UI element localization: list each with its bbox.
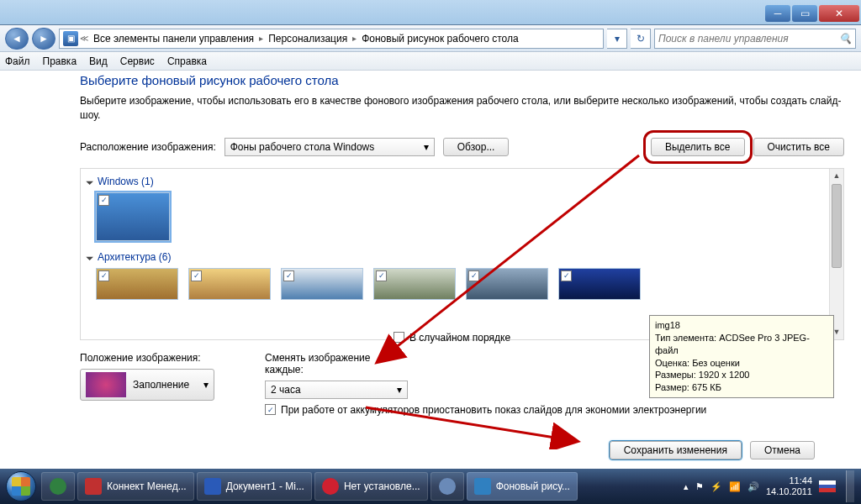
refresh-button[interactable]: ↻ — [631, 29, 651, 49]
scroll-thumb[interactable] — [832, 184, 842, 268]
forward-button[interactable]: ► — [32, 28, 55, 50]
location-combo[interactable]: Фоны рабочего стола Windows▾ — [224, 138, 435, 156]
taskbar-item-connect[interactable]: Коннект Менед... — [77, 472, 194, 501]
taskbar-item-generic[interactable] — [430, 472, 464, 501]
wallpaper-thumb[interactable]: ✓ — [466, 268, 548, 300]
tray-expand-icon[interactable]: ▴ — [684, 481, 689, 492]
thumb-checkbox[interactable]: ✓ — [98, 195, 109, 206]
menu-view[interactable]: Вид — [89, 55, 108, 67]
system-tray: ▴ ⚑ ⚡ 📶 🔊 11:44 14.10.2011 — [684, 470, 858, 502]
page-description: Выберите изображение, чтобы использовать… — [80, 94, 844, 123]
thumb-checkbox[interactable]: ✓ — [376, 270, 387, 281]
tray-network-icon[interactable]: 📶 — [729, 481, 741, 492]
thumb-checkbox[interactable]: ✓ — [191, 270, 202, 281]
search-box[interactable]: 🔍 — [654, 29, 856, 49]
wallpaper-thumb[interactable]: ✓ — [96, 192, 170, 241]
taskbar-item-word[interactable]: Документ1 - Mi... — [197, 472, 312, 501]
page-title: Выберите фоновый рисунок рабочего стола — [80, 71, 844, 87]
wallpaper-thumb[interactable]: ✓ — [558, 268, 641, 300]
tooltip-name: img18 — [655, 319, 828, 332]
thumb-checkbox[interactable]: ✓ — [98, 270, 109, 281]
gallery-scrollbar[interactable]: ▲ ▼ — [829, 169, 843, 339]
thumb-checkbox[interactable]: ✓ — [468, 270, 479, 281]
content-area: Выберите фоновый рисунок рабочего стола … — [0, 71, 861, 469]
tray-language-icon[interactable] — [819, 480, 836, 492]
taskbar-item-wallpaper[interactable]: Фоновый рису... — [467, 472, 578, 501]
search-icon: 🔍 — [839, 33, 852, 45]
menu-help[interactable]: Справка — [167, 55, 207, 67]
interval-combo[interactable]: 2 часа▾ — [265, 381, 408, 399]
taskbar-item-opera[interactable]: Нет установле... — [314, 472, 428, 501]
breadcrumb[interactable]: ▣ ≪ Все элементы панели управления ▸ Пер… — [59, 29, 604, 49]
menubar: Файл Правка Вид Сервис Справка — [0, 52, 861, 71]
battery-label: При работе от аккумуляторов приостановит… — [281, 404, 706, 416]
position-preview-icon — [86, 372, 126, 397]
shuffle-label: В случайном порядке — [409, 332, 510, 344]
start-button[interactable] — [3, 469, 39, 504]
explorer-window: ─ ▭ ✕ ◄ ► ▣ ≪ Все элементы панели управл… — [0, 0, 861, 504]
control-panel-icon: ▣ — [63, 31, 78, 46]
breadcrumb-item[interactable]: Все элементы панели управления — [90, 33, 257, 45]
search-input[interactable] — [658, 33, 839, 45]
menu-edit[interactable]: Правка — [43, 55, 77, 67]
close-button[interactable]: ✕ — [819, 5, 859, 22]
wallpaper-thumb[interactable]: ✓ — [188, 268, 271, 300]
location-label: Расположение изображения: — [80, 141, 216, 153]
browse-button[interactable]: Обзор... — [443, 138, 510, 156]
location-value: Фоны рабочего стола Windows — [230, 141, 375, 153]
save-button[interactable]: Сохранить изменения — [610, 441, 742, 459]
select-all-button[interactable]: Выделить все — [651, 138, 745, 156]
group-header-architecture[interactable]: Архитектура (6) — [87, 248, 821, 266]
wallpaper-thumb[interactable]: ✓ — [373, 268, 456, 300]
breadcrumb-item[interactable]: Фоновый рисунок рабочего стола — [358, 33, 522, 45]
thumb-checkbox[interactable]: ✓ — [561, 270, 572, 281]
interval-label: Сменять изображение каждые: — [265, 352, 391, 375]
tray-clock[interactable]: 11:44 14.10.2011 — [766, 475, 812, 496]
menu-file[interactable]: Файл — [5, 55, 30, 67]
maximize-button[interactable]: ▭ — [792, 5, 817, 22]
interval-value: 2 часа — [271, 384, 301, 396]
position-label: Положение изображения: — [80, 352, 214, 364]
show-desktop-button[interactable] — [846, 470, 854, 502]
minimize-button[interactable]: ─ — [765, 5, 790, 22]
shuffle-checkbox[interactable] — [394, 332, 404, 343]
breadcrumb-item[interactable]: Персонализация — [265, 33, 351, 45]
menu-tools[interactable]: Сервис — [120, 55, 155, 67]
history-dropdown[interactable]: ▾ — [607, 29, 627, 49]
wallpaper-thumb[interactable]: ✓ — [281, 268, 363, 300]
battery-checkbox[interactable]: ✓ — [265, 404, 276, 415]
taskbar: Коннект Менед... Документ1 - Mi... Нет у… — [0, 469, 861, 504]
wallpaper-thumb[interactable]: ✓ — [96, 268, 178, 300]
position-value: Заполнение — [133, 379, 189, 391]
tray-volume-icon[interactable]: 🔊 — [747, 481, 759, 492]
image-tooltip: img18 Тип элемента: ACDSee Pro 3 JPEG-фа… — [649, 315, 834, 398]
tray-battery-icon[interactable]: ⚡ — [710, 481, 722, 492]
tray-flag-icon[interactable]: ⚑ — [695, 481, 704, 492]
cancel-button[interactable]: Отмена — [750, 441, 815, 459]
windows-logo-icon — [6, 471, 36, 501]
titlebar[interactable]: ─ ▭ ✕ — [0, 0, 861, 25]
clear-all-button[interactable]: Очистить все — [753, 138, 844, 156]
thumb-checkbox[interactable]: ✓ — [283, 270, 294, 281]
group-header-windows[interactable]: Windows (1) — [87, 172, 821, 191]
wallpaper-gallery: Windows (1) ✓ Архитектура (6) ✓ ✓ ✓ ✓ ✓ … — [80, 168, 844, 340]
taskbar-item-utorrent[interactable] — [41, 472, 75, 501]
navbar: ◄ ► ▣ ≪ Все элементы панели управления ▸… — [0, 25, 861, 52]
position-combo[interactable]: Заполнение ▾ — [80, 369, 214, 401]
scroll-up-icon[interactable]: ▲ — [830, 169, 843, 183]
back-button[interactable]: ◄ — [5, 28, 29, 50]
